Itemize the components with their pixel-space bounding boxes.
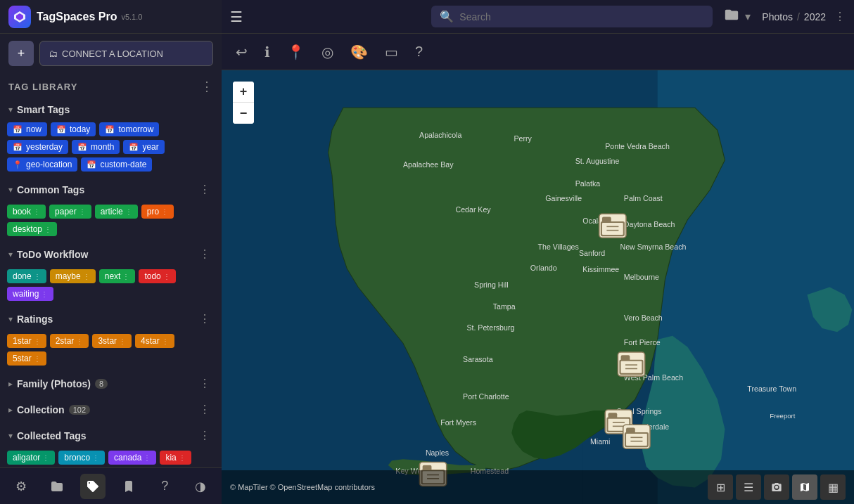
add-marker-icon[interactable]: 📍 bbox=[284, 41, 307, 63]
tag-canada[interactable]: canada ⋮ bbox=[108, 451, 156, 465]
breadcrumb-year[interactable]: 2022 bbox=[804, 11, 826, 22]
chevron-right-icon: ▸ bbox=[8, 379, 13, 389]
section-smart-tags-header[interactable]: ▾ Smart Tags bbox=[0, 100, 222, 119]
settings-icon[interactable]: ⚙ bbox=[8, 474, 34, 499]
svg-text:Orlando: Orlando bbox=[530, 264, 557, 272]
topbar: ☰ 🔍 ▾ Photos / 2022 ⋮ bbox=[222, 0, 854, 34]
tag-book[interactable]: book ⋮ bbox=[7, 205, 46, 219]
help-toolbar-icon[interactable]: ? bbox=[412, 41, 426, 63]
tag-month[interactable]: 📅month bbox=[72, 140, 120, 154]
breadcrumb: Photos / 2022 bbox=[762, 11, 826, 22]
list-view-button[interactable]: ☰ bbox=[736, 474, 761, 500]
folder-icon[interactable] bbox=[44, 474, 70, 499]
tag-today[interactable]: 📅today bbox=[51, 122, 96, 136]
todo-tags-container: done ⋮ maybe ⋮ next ⋮ todo ⋮ waiting ⋮ bbox=[0, 266, 222, 305]
chevron-down-icon: ▾ bbox=[8, 105, 13, 115]
svg-text:Tampa: Tampa bbox=[493, 302, 516, 311]
tag-pro[interactable]: pro ⋮ bbox=[141, 205, 174, 219]
help-icon[interactable]: ? bbox=[152, 474, 177, 499]
tag-geo-location[interactable]: 📍geo-location bbox=[7, 157, 77, 172]
section-todo-header[interactable]: ▾ ToDo Workflow ⋮ bbox=[0, 242, 222, 266]
section-family-header[interactable]: ▸ Family (Photos) 8 ⋮ bbox=[0, 371, 222, 396]
map-svg: Perry Apalachicola Ponte Vedra Beach Apa… bbox=[222, 70, 854, 504]
camera-view-button[interactable] bbox=[764, 474, 789, 500]
search-input[interactable] bbox=[459, 11, 704, 22]
info-icon[interactable]: ℹ bbox=[262, 41, 273, 63]
sidebar-actions: + 🗂 CONNECT A LOCATION bbox=[0, 34, 222, 73]
folder-picker-icon[interactable] bbox=[724, 7, 739, 26]
tag-aligator[interactable]: aligator ⋮ bbox=[7, 451, 55, 465]
section-smart-tags: ▾ Smart Tags 📅now 📅today 📅tomorrow 📅yest… bbox=[0, 100, 222, 176]
breadcrumb-photos[interactable]: Photos bbox=[762, 11, 793, 22]
tag-yesterday[interactable]: 📅yesterday bbox=[7, 140, 68, 154]
section-collected-header[interactable]: ▾ Collected Tags ⋮ bbox=[0, 423, 222, 448]
common-tags-title: Common Tags bbox=[17, 184, 84, 195]
svg-text:Miami: Miami bbox=[590, 437, 610, 446]
tag-library-more-icon[interactable]: ⋮ bbox=[200, 79, 213, 94]
tag-custom-date[interactable]: 📅custom-date bbox=[81, 157, 152, 172]
tag-kia[interactable]: kia ⋮ bbox=[160, 451, 191, 465]
section-common-tags-header[interactable]: ▾ Common Tags ⋮ bbox=[0, 177, 222, 202]
family-more-icon[interactable]: ⋮ bbox=[196, 375, 213, 392]
add-button[interactable]: + bbox=[8, 41, 34, 66]
tag-library-header: TAG LIBRARY ⋮ bbox=[0, 73, 222, 100]
folder-view-icon[interactable]: ▭ bbox=[382, 41, 401, 63]
svg-text:Palatka: Palatka bbox=[575, 179, 601, 188]
tag-1star[interactable]: 1star ⋮ bbox=[7, 334, 46, 348]
common-tags-container: book ⋮ paper ⋮ article ⋮ pro ⋮ desktop ⋮ bbox=[0, 202, 222, 240]
section-family-photos: ▸ Family (Photos) 8 ⋮ bbox=[0, 371, 222, 396]
zoom-out-button[interactable]: − bbox=[233, 103, 254, 124]
tag-waiting[interactable]: waiting ⋮ bbox=[7, 287, 53, 301]
section-collection-header[interactable]: ▸ Collection 102 ⋮ bbox=[0, 397, 222, 422]
tag-2star[interactable]: 2star ⋮ bbox=[50, 334, 89, 348]
back-icon[interactable]: ↩ bbox=[233, 41, 250, 63]
svg-rect-60 bbox=[626, 434, 647, 446]
tag-3star[interactable]: 3star ⋮ bbox=[92, 334, 132, 348]
location-target-icon[interactable]: ◎ bbox=[319, 41, 336, 63]
zoom-in-button[interactable]: + bbox=[233, 82, 254, 103]
map-area: Perry Apalachicola Ponte Vedra Beach Apa… bbox=[222, 70, 854, 504]
tag-todo[interactable]: todo ⋮ bbox=[139, 269, 175, 283]
breadcrumb-separator: / bbox=[797, 11, 800, 22]
topbar-more-icon[interactable]: ⋮ bbox=[834, 10, 846, 23]
kanban-view-button[interactable]: ▦ bbox=[820, 474, 846, 500]
grid-view-button[interactable]: ⊞ bbox=[708, 474, 733, 500]
svg-text:St. Petersburg: St. Petersburg bbox=[466, 323, 514, 332]
svg-text:Port Charlotte: Port Charlotte bbox=[463, 392, 509, 401]
search-icon: 🔍 bbox=[440, 10, 454, 23]
tag-5star[interactable]: 5star ⋮ bbox=[7, 351, 46, 366]
sidebar-content: ▾ Smart Tags 📅now 📅today 📅tomorrow 📅yest… bbox=[0, 100, 222, 467]
tag-4star[interactable]: 4star ⋮ bbox=[135, 334, 174, 348]
tag-bronco[interactable]: bronco ⋮ bbox=[58, 451, 105, 465]
collected-more-icon[interactable]: ⋮ bbox=[196, 427, 213, 444]
map-zoom-controls: + − bbox=[233, 82, 254, 124]
svg-text:Gainesville: Gainesville bbox=[545, 194, 582, 202]
tag-desktop[interactable]: desktop ⋮ bbox=[7, 222, 57, 236]
theme-toggle-icon[interactable]: ◑ bbox=[188, 474, 213, 499]
sidebar-bottom: ⚙ ? ◑ bbox=[0, 467, 222, 504]
tag-article[interactable]: article ⋮ bbox=[95, 205, 138, 219]
collection-count: 102 bbox=[69, 405, 90, 415]
tag-now[interactable]: 📅now bbox=[7, 122, 47, 136]
ratings-more-icon[interactable]: ⋮ bbox=[196, 311, 213, 327]
folder-connect-icon: 🗂 bbox=[49, 49, 58, 59]
hamburger-menu-icon[interactable]: ☰ bbox=[230, 8, 243, 25]
collection-more-icon[interactable]: ⋮ bbox=[196, 401, 213, 418]
tag-icon[interactable] bbox=[80, 474, 106, 499]
tag-next[interactable]: next ⋮ bbox=[99, 269, 136, 283]
common-tags-more-icon[interactable]: ⋮ bbox=[196, 181, 213, 198]
connect-location-button[interactable]: 🗂 CONNECT A LOCATION bbox=[39, 41, 213, 66]
palette-icon[interactable]: 🎨 bbox=[348, 41, 371, 63]
bookmarks-icon[interactable] bbox=[116, 474, 141, 499]
tag-year[interactable]: 📅year bbox=[123, 140, 164, 154]
svg-text:Sarasota: Sarasota bbox=[463, 355, 493, 363]
tag-done[interactable]: done ⋮ bbox=[7, 269, 46, 283]
section-ratings-header[interactable]: ▾ Ratings ⋮ bbox=[0, 306, 222, 331]
map-view-button[interactable] bbox=[792, 474, 817, 500]
folder-dropdown-icon[interactable]: ▾ bbox=[745, 10, 751, 23]
tag-maybe[interactable]: maybe ⋮ bbox=[50, 269, 96, 283]
tag-paper[interactable]: paper ⋮ bbox=[49, 205, 91, 219]
todo-more-icon[interactable]: ⋮ bbox=[196, 246, 213, 262]
smart-tags-container: 📅now 📅today 📅tomorrow 📅yesterday 📅month … bbox=[0, 119, 222, 176]
tag-tomorrow[interactable]: 📅tomorrow bbox=[99, 122, 159, 136]
